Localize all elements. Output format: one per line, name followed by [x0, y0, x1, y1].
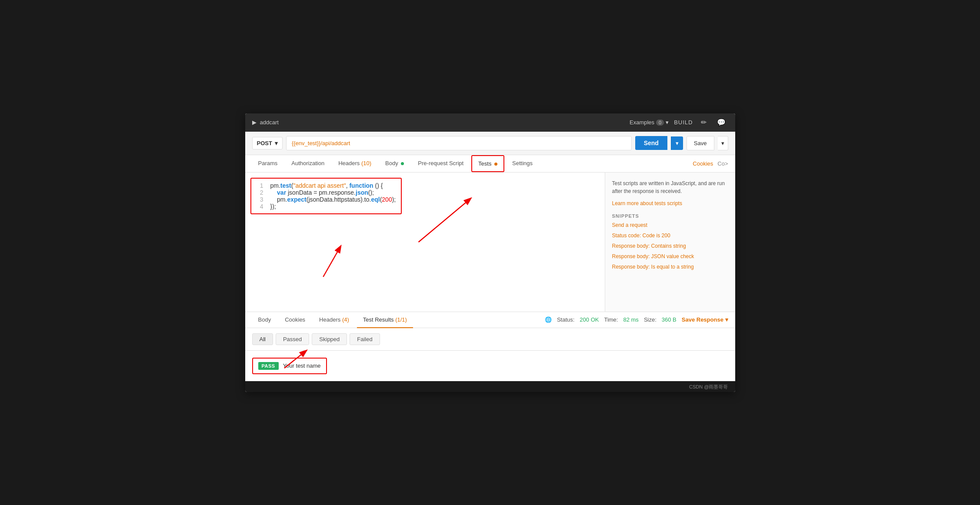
title-bar: ▶ addcart Examples 0 ▾ BUILD ✏ 💬	[245, 113, 735, 132]
editor-wrapper: 1 pm.test("addcart api assert", function…	[245, 173, 605, 312]
status-value: 200 OK	[580, 316, 599, 323]
svg-line-0	[418, 199, 470, 242]
response-area: Body Cookies Headers (4) Test Results (1…	[245, 312, 735, 381]
filter-failed-button[interactable]: Failed	[350, 333, 380, 345]
title-bar-right: Examples 0 ▾ BUILD ✏ 💬	[630, 117, 728, 127]
size-label: Size:	[644, 316, 657, 323]
examples-button[interactable]: Examples 0 ▾	[630, 119, 669, 126]
response-meta: 🌐 Status: 200 OK Time: 82 ms Size: 360 B…	[545, 316, 728, 323]
globe-icon: 🌐	[545, 316, 552, 323]
main-area: 1 pm.test("addcart api assert", function…	[245, 173, 735, 312]
filter-bar: All Passed Skipped Failed	[245, 328, 735, 351]
time-label: Time:	[604, 316, 618, 323]
sidebar-panel: Test scripts are written in JavaScript, …	[605, 173, 735, 312]
size-value: 360 B	[662, 316, 677, 323]
app-window: ▶ addcart Examples 0 ▾ BUILD ✏ 💬 POST ▾ …	[245, 113, 735, 392]
headers-badge: (10)	[361, 160, 371, 166]
comment-icon[interactable]: 💬	[714, 117, 728, 127]
code-line-1: 1 pm.test("addcart api assert", function…	[257, 182, 396, 189]
code-highlight-box: 1 pm.test("addcart api assert", function…	[250, 178, 402, 214]
url-input[interactable]	[286, 136, 632, 150]
title-bar-left: ▶ addcart	[252, 119, 279, 126]
tab-params[interactable]: Params	[252, 156, 284, 172]
snippets-title: SNIPPETS	[612, 213, 728, 219]
tab-tests[interactable]: Tests	[471, 155, 504, 172]
examples-label: Examples	[630, 119, 654, 126]
footer: CSDN @雨墨哥哥	[245, 381, 735, 392]
test-results-badge: (1/1)	[395, 316, 407, 323]
tests-dot-icon	[494, 163, 497, 166]
response-tab-headers[interactable]: Headers (4)	[313, 312, 355, 328]
save-response-chevron-icon: ▾	[725, 316, 728, 323]
filter-skipped-button[interactable]: Skipped	[312, 333, 347, 345]
tab-prerequest[interactable]: Pre-request Script	[412, 156, 470, 172]
save-response-button[interactable]: Save Response ▾	[682, 316, 728, 323]
method-selector[interactable]: POST ▾	[252, 137, 283, 150]
pass-badge: PASS	[258, 362, 279, 370]
request-tabs: Params Authorization Headers (10) Body P…	[245, 155, 735, 173]
examples-count: 0	[656, 120, 664, 126]
response-tabs: Body Cookies Headers (4) Test Results (1…	[245, 312, 735, 328]
edit-icon[interactable]: ✏	[698, 117, 709, 127]
build-button[interactable]: BUILD	[674, 119, 693, 126]
save-button[interactable]: Save	[687, 136, 714, 150]
learn-more-link[interactable]: Learn more about tests scripts	[612, 200, 728, 206]
collection-title: addcart	[260, 119, 279, 126]
svg-line-1	[323, 246, 340, 277]
cookies-link[interactable]: Cookies	[693, 160, 713, 167]
send-dropdown-button[interactable]: ▾	[671, 136, 683, 150]
tab-headers[interactable]: Headers (10)	[332, 156, 377, 172]
code-line-4: 4 });	[257, 203, 396, 210]
snippet-body-equal[interactable]: Response body: Is equal to a string	[612, 264, 728, 270]
snippet-send-request[interactable]: Send a request	[612, 222, 728, 228]
test-result-row: PASS Your test name	[252, 358, 327, 374]
body-dot-icon	[401, 162, 404, 165]
response-tab-cookies[interactable]: Cookies	[279, 312, 311, 328]
status-label: Status:	[557, 316, 574, 323]
snippet-body-json[interactable]: Response body: JSON value check	[612, 253, 728, 259]
response-tab-body[interactable]: Body	[252, 312, 277, 328]
code-line-3: 3 pm.expect(jsonData.httpstatus).to.eql(…	[257, 196, 396, 203]
footer-label: CSDN @雨墨哥哥	[689, 384, 728, 389]
snippet-body-contains[interactable]: Response body: Contains string	[612, 243, 728, 249]
time-value: 82 ms	[623, 316, 638, 323]
chevron-right-icon: ▶	[252, 119, 257, 126]
headers-response-badge: (4)	[342, 316, 349, 323]
code-link[interactable]: Co>	[717, 160, 728, 167]
url-bar: POST ▾ Send ▾ Save ▾	[245, 132, 735, 155]
tab-body[interactable]: Body	[379, 156, 410, 172]
filter-passed-button[interactable]: Passed	[276, 333, 309, 345]
chevron-down-icon: ▾	[666, 119, 669, 126]
tab-authorization[interactable]: Authorization	[285, 156, 330, 172]
filter-all-button[interactable]: All	[252, 333, 273, 345]
tab-settings[interactable]: Settings	[506, 156, 539, 172]
send-button[interactable]: Send	[635, 136, 667, 150]
snippet-status-200[interactable]: Status code: Code is 200	[612, 233, 728, 239]
method-chevron-icon: ▾	[275, 140, 278, 146]
code-line-2: 2 var jsonData = pm.response.json();	[257, 189, 396, 196]
response-tab-test-results[interactable]: Test Results (1/1)	[357, 312, 413, 328]
method-value: POST	[257, 140, 272, 146]
sidebar-description: Test scripts are written in JavaScript, …	[612, 179, 728, 195]
test-name: Your test name	[283, 362, 321, 369]
save-dropdown-button[interactable]: ▾	[718, 136, 728, 150]
test-results-area: PASS Your test name	[245, 351, 735, 381]
